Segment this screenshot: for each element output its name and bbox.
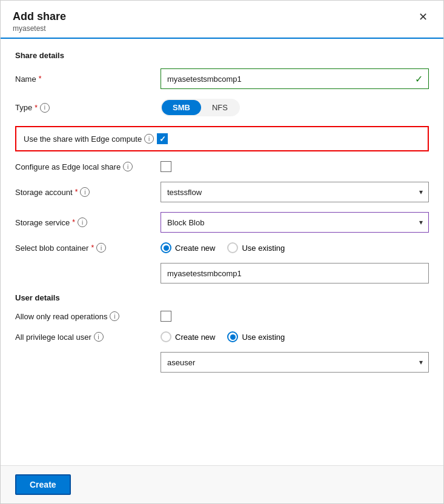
- blob-container-row: Select blob container * i Create new Use…: [15, 242, 429, 253]
- blob-create-new-option[interactable]: Create new: [161, 242, 215, 253]
- local-user-row: All privilege local user i Create new Us…: [15, 331, 429, 342]
- user-details-section-title: User details: [15, 293, 429, 302]
- read-only-row: Allow only read operations i: [15, 311, 429, 322]
- blob-container-name-row: [15, 263, 429, 284]
- edge-local-label: Configure as Edge local share i: [15, 162, 161, 171]
- dialog-header: Add share myasetest ✕: [1, 1, 443, 39]
- blob-use-existing-label: Use existing: [242, 244, 285, 253]
- storage-service-select-wrapper: Block Blob ▾: [161, 212, 429, 233]
- edge-compute-info-icon: i: [144, 134, 154, 144]
- type-row: Type * i SMB NFS: [15, 99, 429, 116]
- edge-compute-checkbox[interactable]: ✓: [157, 133, 168, 144]
- local-user-select-wrapper: aseuser ▾: [161, 352, 429, 373]
- type-label: Type * i: [15, 103, 161, 113]
- storage-account-label: Storage account * i: [15, 187, 161, 197]
- read-only-checkbox[interactable]: [161, 311, 171, 322]
- name-row: Name * ✓: [15, 68, 429, 89]
- name-valid-icon: ✓: [415, 73, 423, 85]
- storage-account-select[interactable]: testssflow: [161, 182, 429, 202]
- storage-service-row: Storage service * i Block Blob ▾: [15, 212, 429, 233]
- name-label: Name *: [15, 75, 161, 84]
- local-user-select[interactable]: aseuser: [161, 352, 429, 373]
- local-user-radio-group: Create new Use existing: [161, 331, 429, 342]
- nfs-toggle-button[interactable]: NFS: [201, 100, 239, 115]
- edge-compute-checkmark: ✓: [159, 134, 166, 144]
- name-required: *: [39, 75, 42, 83]
- user-use-existing-label: Use existing: [242, 333, 285, 342]
- storage-service-required: *: [72, 218, 75, 227]
- edge-compute-label: Use the share with Edge compute i: [24, 134, 157, 144]
- dialog-subtitle: myasetest: [13, 24, 66, 33]
- user-create-new-label: Create new: [175, 333, 215, 342]
- blob-container-name-input[interactable]: [161, 263, 429, 284]
- dialog-footer: Create: [1, 465, 443, 503]
- type-required: *: [35, 104, 38, 112]
- dialog-title-block: Add share myasetest: [13, 10, 66, 33]
- read-only-label: Allow only read operations i: [15, 311, 161, 321]
- blob-container-required: *: [91, 244, 94, 252]
- blob-container-info-icon: i: [96, 243, 106, 253]
- edge-local-checkbox[interactable]: [161, 161, 171, 172]
- storage-account-row: Storage account * i testssflow ▾: [15, 182, 429, 202]
- name-input-wrapper: ✓: [161, 68, 429, 89]
- blob-container-label: Select blob container * i: [15, 243, 161, 253]
- storage-account-required: *: [75, 188, 78, 196]
- edge-local-info-icon: i: [123, 162, 133, 171]
- local-user-label: All privilege local user i: [15, 332, 161, 342]
- blob-create-new-label: Create new: [175, 244, 215, 253]
- add-share-dialog: Add share myasetest ✕ Share details Name…: [0, 0, 444, 504]
- blob-use-existing-radio[interactable]: [227, 242, 238, 253]
- blob-create-new-radio-inner: [164, 245, 169, 251]
- user-create-new-option[interactable]: Create new: [161, 331, 215, 342]
- smb-toggle-button[interactable]: SMB: [162, 100, 201, 115]
- blob-create-new-radio[interactable]: [161, 242, 171, 253]
- local-user-info-icon: i: [94, 332, 104, 342]
- storage-account-select-wrapper: testssflow ▾: [161, 182, 429, 202]
- type-toggle-group: SMB NFS: [161, 99, 429, 116]
- close-button[interactable]: ✕: [415, 10, 431, 24]
- storage-service-label: Storage service * i: [15, 217, 161, 227]
- user-use-existing-option[interactable]: Use existing: [227, 331, 285, 342]
- read-only-info-icon: i: [110, 311, 119, 321]
- share-details-section-title: Share details: [15, 51, 429, 60]
- name-input[interactable]: [161, 68, 429, 89]
- dialog-title: Add share: [13, 10, 66, 23]
- storage-service-select[interactable]: Block Blob: [161, 212, 429, 233]
- create-button[interactable]: Create: [15, 474, 71, 495]
- edge-local-row: Configure as Edge local share i: [15, 161, 429, 172]
- storage-service-info-icon: i: [78, 217, 87, 227]
- dialog-body: Share details Name * ✓ Type * i: [1, 39, 443, 465]
- user-use-existing-radio[interactable]: [227, 331, 238, 342]
- edge-compute-row: Use the share with Edge compute i ✓: [15, 126, 429, 151]
- local-user-select-row: aseuser ▾: [15, 352, 429, 373]
- user-use-existing-radio-inner: [230, 334, 236, 340]
- user-create-new-radio[interactable]: [161, 331, 171, 342]
- type-info-icon: i: [40, 103, 50, 113]
- blob-use-existing-option[interactable]: Use existing: [227, 242, 285, 253]
- blob-container-radio-group: Create new Use existing: [161, 242, 429, 253]
- storage-account-info-icon: i: [80, 187, 90, 197]
